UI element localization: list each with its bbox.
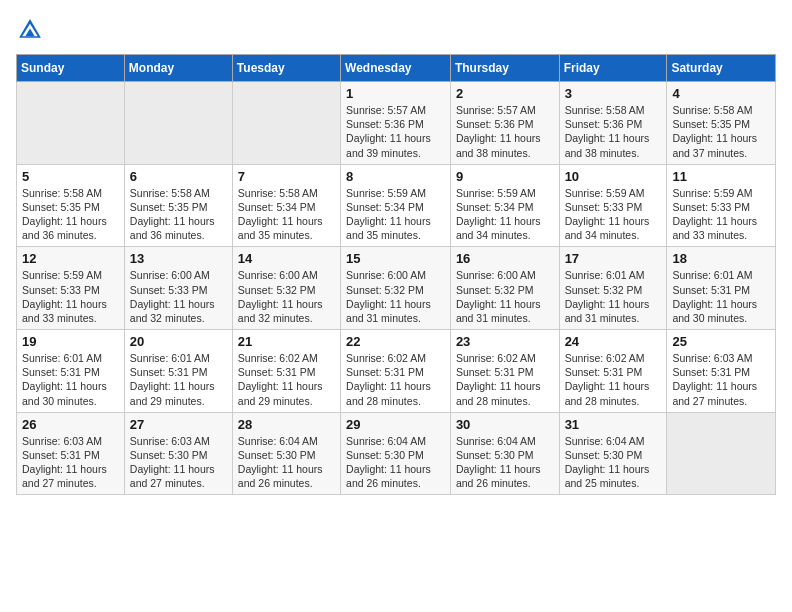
day-info: Sunrise: 6:01 AMSunset: 5:31 PMDaylight:… xyxy=(22,351,119,408)
day-info: Sunrise: 6:00 AMSunset: 5:32 PMDaylight:… xyxy=(238,268,335,325)
day-number: 21 xyxy=(238,334,335,349)
day-number: 19 xyxy=(22,334,119,349)
day-number: 18 xyxy=(672,251,770,266)
calendar-day-cell: 19Sunrise: 6:01 AMSunset: 5:31 PMDayligh… xyxy=(17,330,125,413)
day-info: Sunrise: 6:04 AMSunset: 5:30 PMDaylight:… xyxy=(456,434,554,491)
day-number: 1 xyxy=(346,86,445,101)
day-number: 30 xyxy=(456,417,554,432)
calendar-day-cell: 21Sunrise: 6:02 AMSunset: 5:31 PMDayligh… xyxy=(232,330,340,413)
day-number: 26 xyxy=(22,417,119,432)
day-number: 13 xyxy=(130,251,227,266)
calendar-day-cell: 29Sunrise: 6:04 AMSunset: 5:30 PMDayligh… xyxy=(341,412,451,495)
day-number: 5 xyxy=(22,169,119,184)
calendar-day-cell: 18Sunrise: 6:01 AMSunset: 5:31 PMDayligh… xyxy=(667,247,776,330)
calendar-day-cell: 6Sunrise: 5:58 AMSunset: 5:35 PMDaylight… xyxy=(124,164,232,247)
day-info: Sunrise: 5:59 AMSunset: 5:33 PMDaylight:… xyxy=(672,186,770,243)
calendar-week-row: 5Sunrise: 5:58 AMSunset: 5:35 PMDaylight… xyxy=(17,164,776,247)
day-number: 31 xyxy=(565,417,662,432)
calendar-day-cell: 5Sunrise: 5:58 AMSunset: 5:35 PMDaylight… xyxy=(17,164,125,247)
day-info: Sunrise: 5:58 AMSunset: 5:36 PMDaylight:… xyxy=(565,103,662,160)
day-info: Sunrise: 5:59 AMSunset: 5:34 PMDaylight:… xyxy=(456,186,554,243)
calendar-day-cell: 7Sunrise: 5:58 AMSunset: 5:34 PMDaylight… xyxy=(232,164,340,247)
day-number: 16 xyxy=(456,251,554,266)
calendar-day-cell: 25Sunrise: 6:03 AMSunset: 5:31 PMDayligh… xyxy=(667,330,776,413)
day-info: Sunrise: 6:02 AMSunset: 5:31 PMDaylight:… xyxy=(565,351,662,408)
day-number: 3 xyxy=(565,86,662,101)
day-info: Sunrise: 5:59 AMSunset: 5:33 PMDaylight:… xyxy=(22,268,119,325)
day-info: Sunrise: 6:01 AMSunset: 5:31 PMDaylight:… xyxy=(672,268,770,325)
calendar-day-cell: 24Sunrise: 6:02 AMSunset: 5:31 PMDayligh… xyxy=(559,330,667,413)
calendar-day-cell: 9Sunrise: 5:59 AMSunset: 5:34 PMDaylight… xyxy=(450,164,559,247)
page-header xyxy=(16,16,776,44)
day-info: Sunrise: 6:00 AMSunset: 5:33 PMDaylight:… xyxy=(130,268,227,325)
calendar-day-cell: 2Sunrise: 5:57 AMSunset: 5:36 PMDaylight… xyxy=(450,82,559,165)
calendar-day-cell xyxy=(232,82,340,165)
day-info: Sunrise: 6:01 AMSunset: 5:31 PMDaylight:… xyxy=(130,351,227,408)
calendar-day-cell: 28Sunrise: 6:04 AMSunset: 5:30 PMDayligh… xyxy=(232,412,340,495)
day-number: 7 xyxy=(238,169,335,184)
calendar-day-cell: 17Sunrise: 6:01 AMSunset: 5:32 PMDayligh… xyxy=(559,247,667,330)
day-number: 4 xyxy=(672,86,770,101)
day-info: Sunrise: 5:57 AMSunset: 5:36 PMDaylight:… xyxy=(456,103,554,160)
day-number: 6 xyxy=(130,169,227,184)
calendar-day-cell: 20Sunrise: 6:01 AMSunset: 5:31 PMDayligh… xyxy=(124,330,232,413)
day-number: 11 xyxy=(672,169,770,184)
calendar-day-cell: 30Sunrise: 6:04 AMSunset: 5:30 PMDayligh… xyxy=(450,412,559,495)
day-number: 15 xyxy=(346,251,445,266)
day-info: Sunrise: 6:03 AMSunset: 5:31 PMDaylight:… xyxy=(22,434,119,491)
calendar-day-cell xyxy=(667,412,776,495)
day-info: Sunrise: 6:02 AMSunset: 5:31 PMDaylight:… xyxy=(346,351,445,408)
weekday-header-monday: Monday xyxy=(124,55,232,82)
logo xyxy=(16,16,50,44)
day-info: Sunrise: 5:58 AMSunset: 5:35 PMDaylight:… xyxy=(130,186,227,243)
calendar-day-cell: 16Sunrise: 6:00 AMSunset: 5:32 PMDayligh… xyxy=(450,247,559,330)
day-info: Sunrise: 6:02 AMSunset: 5:31 PMDaylight:… xyxy=(456,351,554,408)
day-number: 29 xyxy=(346,417,445,432)
day-info: Sunrise: 6:02 AMSunset: 5:31 PMDaylight:… xyxy=(238,351,335,408)
day-info: Sunrise: 6:04 AMSunset: 5:30 PMDaylight:… xyxy=(238,434,335,491)
day-number: 28 xyxy=(238,417,335,432)
day-info: Sunrise: 5:58 AMSunset: 5:35 PMDaylight:… xyxy=(672,103,770,160)
calendar-day-cell: 22Sunrise: 6:02 AMSunset: 5:31 PMDayligh… xyxy=(341,330,451,413)
weekday-header-row: SundayMondayTuesdayWednesdayThursdayFrid… xyxy=(17,55,776,82)
day-number: 17 xyxy=(565,251,662,266)
day-number: 24 xyxy=(565,334,662,349)
day-number: 20 xyxy=(130,334,227,349)
day-number: 12 xyxy=(22,251,119,266)
calendar-day-cell: 31Sunrise: 6:04 AMSunset: 5:30 PMDayligh… xyxy=(559,412,667,495)
calendar-day-cell: 3Sunrise: 5:58 AMSunset: 5:36 PMDaylight… xyxy=(559,82,667,165)
day-info: Sunrise: 5:58 AMSunset: 5:35 PMDaylight:… xyxy=(22,186,119,243)
calendar-day-cell xyxy=(124,82,232,165)
calendar-table: SundayMondayTuesdayWednesdayThursdayFrid… xyxy=(16,54,776,495)
day-info: Sunrise: 6:03 AMSunset: 5:30 PMDaylight:… xyxy=(130,434,227,491)
day-info: Sunrise: 6:00 AMSunset: 5:32 PMDaylight:… xyxy=(346,268,445,325)
calendar-day-cell: 4Sunrise: 5:58 AMSunset: 5:35 PMDaylight… xyxy=(667,82,776,165)
calendar-day-cell: 11Sunrise: 5:59 AMSunset: 5:33 PMDayligh… xyxy=(667,164,776,247)
weekday-header-wednesday: Wednesday xyxy=(341,55,451,82)
calendar-week-row: 19Sunrise: 6:01 AMSunset: 5:31 PMDayligh… xyxy=(17,330,776,413)
day-number: 27 xyxy=(130,417,227,432)
logo-icon xyxy=(16,16,44,44)
day-info: Sunrise: 6:03 AMSunset: 5:31 PMDaylight:… xyxy=(672,351,770,408)
calendar-day-cell: 12Sunrise: 5:59 AMSunset: 5:33 PMDayligh… xyxy=(17,247,125,330)
calendar-day-cell: 8Sunrise: 5:59 AMSunset: 5:34 PMDaylight… xyxy=(341,164,451,247)
calendar-day-cell: 23Sunrise: 6:02 AMSunset: 5:31 PMDayligh… xyxy=(450,330,559,413)
calendar-day-cell: 13Sunrise: 6:00 AMSunset: 5:33 PMDayligh… xyxy=(124,247,232,330)
day-number: 2 xyxy=(456,86,554,101)
day-number: 10 xyxy=(565,169,662,184)
calendar-day-cell: 1Sunrise: 5:57 AMSunset: 5:36 PMDaylight… xyxy=(341,82,451,165)
calendar-week-row: 26Sunrise: 6:03 AMSunset: 5:31 PMDayligh… xyxy=(17,412,776,495)
day-number: 23 xyxy=(456,334,554,349)
day-info: Sunrise: 6:00 AMSunset: 5:32 PMDaylight:… xyxy=(456,268,554,325)
weekday-header-friday: Friday xyxy=(559,55,667,82)
calendar-day-cell: 10Sunrise: 5:59 AMSunset: 5:33 PMDayligh… xyxy=(559,164,667,247)
day-info: Sunrise: 5:59 AMSunset: 5:34 PMDaylight:… xyxy=(346,186,445,243)
day-number: 22 xyxy=(346,334,445,349)
weekday-header-saturday: Saturday xyxy=(667,55,776,82)
weekday-header-tuesday: Tuesday xyxy=(232,55,340,82)
calendar-day-cell xyxy=(17,82,125,165)
calendar-week-row: 1Sunrise: 5:57 AMSunset: 5:36 PMDaylight… xyxy=(17,82,776,165)
day-info: Sunrise: 5:57 AMSunset: 5:36 PMDaylight:… xyxy=(346,103,445,160)
day-number: 8 xyxy=(346,169,445,184)
calendar-week-row: 12Sunrise: 5:59 AMSunset: 5:33 PMDayligh… xyxy=(17,247,776,330)
